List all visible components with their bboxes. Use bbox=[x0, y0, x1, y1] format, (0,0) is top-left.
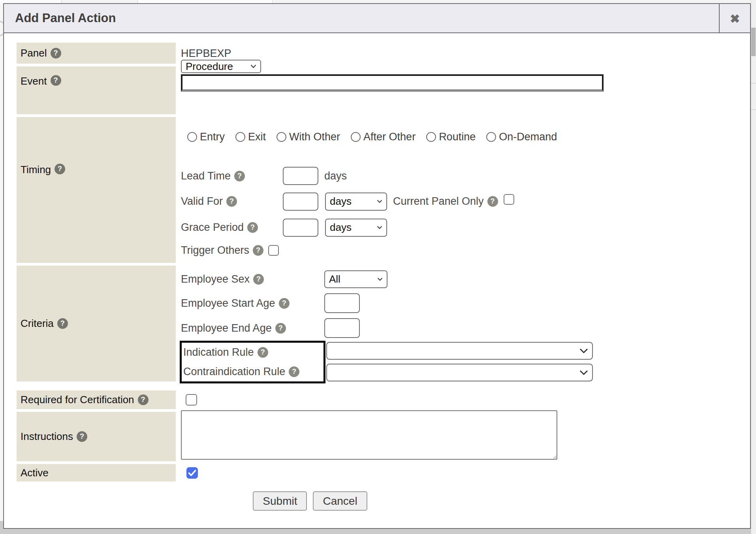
rules-highlight-box: Indication Rule ? Contraindication Rule … bbox=[180, 341, 325, 383]
grace-period-label: Grace Period bbox=[181, 221, 244, 234]
scrollbar-divider bbox=[751, 83, 756, 83]
add-panel-action-dialog: Add Panel Action ✖ Panel ? HEPBEXP Event… bbox=[3, 3, 751, 529]
cancel-button[interactable]: Cancel bbox=[313, 491, 367, 511]
chevron-down-icon bbox=[377, 277, 383, 281]
active-row: Active bbox=[17, 464, 750, 481]
employee-start-age-help-icon[interactable]: ? bbox=[279, 298, 290, 309]
event-row: Event ? Procedure bbox=[17, 66, 750, 114]
grace-period-input[interactable] bbox=[283, 219, 318, 237]
valid-for-label: Valid For bbox=[181, 195, 223, 208]
employee-end-age-row: Employee End Age ? bbox=[181, 318, 750, 338]
radio-exit[interactable]: Exit bbox=[235, 131, 266, 143]
employee-end-age-label: Employee End Age bbox=[181, 322, 272, 334]
current-panel-only-checkbox[interactable] bbox=[504, 194, 514, 205]
page-scrollbar[interactable] bbox=[751, 0, 756, 534]
current-panel-only-help-icon[interactable]: ? bbox=[487, 196, 498, 207]
required-for-certification-label-cell: Required for Certification ? bbox=[17, 391, 176, 409]
chevron-down-icon bbox=[579, 348, 588, 353]
indication-rule-select[interactable] bbox=[326, 342, 593, 360]
radio-icon[interactable] bbox=[486, 132, 496, 142]
dialog-header: Add Panel Action ✖ bbox=[4, 4, 750, 33]
radio-with-other[interactable]: With Other bbox=[276, 131, 340, 143]
panel-help-icon[interactable]: ? bbox=[51, 48, 61, 58]
panel-value: HEPBEXP bbox=[181, 43, 750, 60]
dialog-body: Panel ? HEPBEXP Event ? Procedure bbox=[4, 33, 750, 511]
current-panel-only-label: Current Panel Only bbox=[393, 195, 484, 208]
radio-icon[interactable] bbox=[276, 132, 286, 142]
indication-rule-label: Indication Rule bbox=[183, 346, 254, 359]
valid-for-row: Valid For ? days Current bbox=[181, 192, 750, 211]
required-for-certification-checkbox[interactable] bbox=[186, 394, 197, 406]
lead-time-unit: days bbox=[324, 170, 347, 182]
required-for-certification-label: Required for Certification bbox=[21, 394, 134, 406]
lead-time-label: Lead Time bbox=[181, 170, 231, 182]
close-icon[interactable]: ✖ bbox=[719, 4, 750, 33]
chevron-down-icon bbox=[250, 64, 256, 68]
grace-period-unit-select[interactable]: days bbox=[325, 219, 387, 237]
valid-for-help-icon[interactable]: ? bbox=[226, 196, 237, 207]
active-checkbox[interactable] bbox=[186, 467, 198, 479]
trigger-others-help-icon[interactable]: ? bbox=[253, 245, 263, 256]
employee-end-age-input[interactable] bbox=[324, 318, 360, 338]
valid-for-input[interactable] bbox=[283, 192, 318, 211]
contraindication-rule-select[interactable] bbox=[326, 364, 593, 381]
check-icon bbox=[188, 470, 196, 476]
instructions-help-icon[interactable]: ? bbox=[77, 431, 87, 442]
indication-rule-help-icon[interactable]: ? bbox=[258, 347, 268, 358]
timing-row: Timing ? Entry Exit bbox=[17, 117, 750, 263]
panel-label-cell: Panel ? bbox=[17, 43, 176, 64]
grace-period-help-icon[interactable]: ? bbox=[247, 222, 258, 233]
event-type-select-value: Procedure bbox=[186, 60, 233, 73]
employee-end-age-help-icon[interactable]: ? bbox=[275, 323, 286, 334]
employee-start-age-input[interactable] bbox=[324, 293, 360, 313]
employee-sex-help-icon[interactable]: ? bbox=[253, 274, 264, 285]
active-label-cell: Active bbox=[17, 464, 176, 481]
employee-sex-select[interactable]: All bbox=[324, 270, 387, 288]
criteria-label-cell: Criteria ? bbox=[17, 266, 176, 381]
page: os 5 rows ) Add Panel Action ✖ Panel ? H… bbox=[0, 0, 756, 534]
criteria-row: Criteria ? Employee Sex ? All bbox=[17, 266, 750, 383]
lead-time-input[interactable] bbox=[283, 167, 318, 185]
radio-icon[interactable] bbox=[235, 132, 245, 142]
event-help-icon[interactable]: ? bbox=[51, 75, 61, 86]
trigger-others-row: Trigger Others ? bbox=[181, 244, 750, 257]
required-for-certification-row: Required for Certification ? bbox=[17, 391, 750, 409]
timing-radio-group: Entry Exit With Other bbox=[187, 130, 750, 143]
panel-label: Panel bbox=[21, 47, 47, 59]
event-type-select[interactable]: Procedure bbox=[181, 60, 261, 73]
radio-routine[interactable]: Routine bbox=[426, 131, 476, 143]
radio-entry[interactable]: Entry bbox=[187, 131, 225, 143]
event-search-input[interactable] bbox=[181, 74, 604, 92]
employee-start-age-label: Employee Start Age bbox=[181, 297, 275, 309]
radio-icon[interactable] bbox=[351, 132, 361, 142]
trigger-others-label: Trigger Others bbox=[181, 244, 249, 257]
timing-label: Timing bbox=[21, 164, 51, 176]
dialog-title: Add Panel Action bbox=[4, 11, 116, 25]
radio-on-demand[interactable]: On-Demand bbox=[486, 131, 557, 143]
timing-help-icon[interactable]: ? bbox=[55, 164, 65, 174]
radio-after-other[interactable]: After Other bbox=[351, 131, 416, 143]
trigger-others-checkbox[interactable] bbox=[268, 245, 279, 256]
lead-time-help-icon[interactable]: ? bbox=[234, 171, 245, 181]
scrollbar-divider bbox=[751, 109, 756, 110]
instructions-textarea[interactable] bbox=[181, 410, 557, 460]
radio-icon[interactable] bbox=[426, 132, 436, 142]
rules-block: Indication Rule ? Contraindication Rule … bbox=[180, 341, 750, 383]
scrollbar-thumb[interactable] bbox=[751, 28, 756, 56]
required-for-certification-help-icon[interactable]: ? bbox=[138, 394, 149, 405]
active-label: Active bbox=[21, 467, 49, 479]
event-label-cell: Event ? bbox=[17, 66, 176, 114]
chevron-down-icon bbox=[377, 226, 382, 229]
contraindication-rule-label: Contraindication Rule bbox=[183, 366, 285, 378]
contraindication-rule-help-icon[interactable]: ? bbox=[289, 366, 299, 377]
radio-icon[interactable] bbox=[187, 132, 197, 142]
timing-label-cell: Timing ? bbox=[17, 117, 176, 263]
criteria-help-icon[interactable]: ? bbox=[57, 318, 68, 329]
valid-for-unit-select[interactable]: days bbox=[325, 192, 387, 211]
grace-period-row: Grace Period ? days bbox=[181, 218, 750, 237]
submit-button[interactable]: Submit bbox=[253, 491, 307, 511]
chevron-down-icon bbox=[377, 200, 382, 203]
instructions-row: Instructions ? bbox=[17, 412, 750, 461]
dialog-buttons: Submit Cancel bbox=[17, 491, 604, 511]
employee-start-age-row: Employee Start Age ? bbox=[181, 293, 750, 313]
